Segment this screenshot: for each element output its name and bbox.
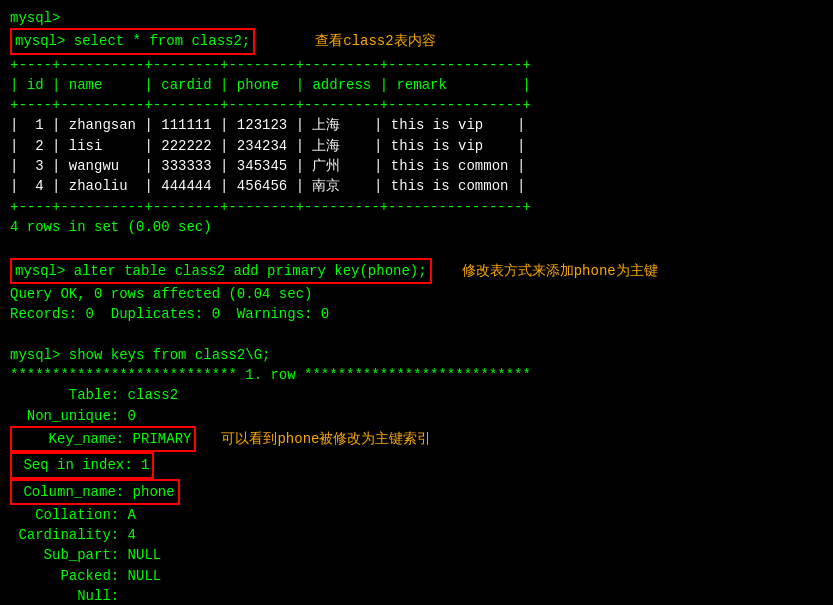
row-count: 4 rows in set (0.00 sec) xyxy=(10,217,823,237)
key-name: Key_name: PRIMARY xyxy=(10,426,196,452)
table-row-4: | 4 | zhaoliu | 444444 | 456456 | 南京 | t… xyxy=(10,176,823,196)
table-header: | id | name | cardid | phone | address |… xyxy=(10,75,823,95)
seq-in-index-line: Seq in index: 1 xyxy=(10,452,823,478)
collation: Collation: A xyxy=(10,505,823,525)
select-command-line: mysql> select * from class2; 查看class2表内容 xyxy=(10,28,823,54)
terminal-window: mysql> mysql> select * from class2; 查看cl… xyxy=(10,8,823,605)
select-annotation: 查看class2表内容 xyxy=(315,31,435,51)
key-name-annotation: 可以看到phone被修改为主键索引 xyxy=(221,429,431,449)
table-sep-mid: +----+----------+--------+--------+-----… xyxy=(10,95,823,115)
cardinality: Cardinality: 4 xyxy=(10,525,823,545)
select-command: mysql> select * from class2; xyxy=(10,28,255,54)
table-row-3: | 3 | wangwu | 333333 | 345345 | 广州 | th… xyxy=(10,156,823,176)
blank-1 xyxy=(10,237,823,257)
prompt-text: mysql> xyxy=(10,10,60,26)
table-sep-top: +----+----------+--------+--------+-----… xyxy=(10,55,823,75)
packed: Packed: NULL xyxy=(10,566,823,586)
alter-annotation: 修改表方式来添加phone为主键 xyxy=(462,261,658,281)
column-name-line: Column_name: phone xyxy=(10,479,823,505)
sub-part: Sub_part: NULL xyxy=(10,545,823,565)
stars-row-1: *************************** 1. row *****… xyxy=(10,365,823,385)
table-sep-bot: +----+----------+--------+--------+-----… xyxy=(10,197,823,217)
alter-command-line: mysql> alter table class2 add primary ke… xyxy=(10,258,823,284)
non-unique: Non_unique: 0 xyxy=(10,406,823,426)
table-info: Table: class2 xyxy=(10,385,823,405)
alter-command: mysql> alter table class2 add primary ke… xyxy=(10,258,432,284)
prompt-line: mysql> xyxy=(10,8,823,28)
table-row-1: | 1 | zhangsan | 111111 | 123123 | 上海 | … xyxy=(10,115,823,135)
show-keys-command: mysql> show keys from class2\G; xyxy=(10,345,823,365)
blank-2 xyxy=(10,324,823,344)
records-line: Records: 0 Duplicates: 0 Warnings: 0 xyxy=(10,304,823,324)
null-field: Null: xyxy=(10,586,823,605)
key-name-line: Key_name: PRIMARY 可以看到phone被修改为主键索引 xyxy=(10,426,823,452)
table-row-2: | 2 | lisi | 222222 | 234234 | 上海 | this… xyxy=(10,136,823,156)
query-ok: Query OK, 0 rows affected (0.04 sec) xyxy=(10,284,823,304)
